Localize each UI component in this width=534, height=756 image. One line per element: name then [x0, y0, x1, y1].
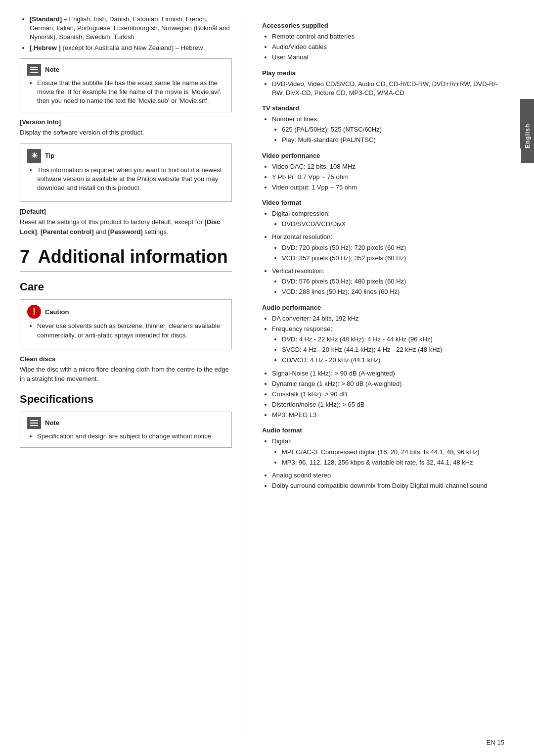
list-item: MP3: MPEG L3: [272, 411, 509, 420]
list-item: Horizontal resolution: DVD: 720 pixels (…: [272, 233, 509, 263]
note-label-2: Note: [45, 419, 59, 426]
chapter-title: Additional information: [38, 246, 228, 267]
list-item: Distortion/noise (1 kHz): > 65 dB: [272, 400, 509, 409]
list-item: Analog sound stereo: [272, 471, 509, 480]
list-item: Frequency response: DVD: 4 Hz - 22 kHz (…: [272, 325, 509, 365]
play-media-header: Play media: [262, 69, 509, 77]
list-item: Number of lines: 625 (PAL/50Hz); 525 (NT…: [272, 115, 509, 145]
tip-header-1: ✳ Tip: [27, 149, 224, 163]
list-item: Video DAC: 12 bits, 108 MHz: [272, 162, 509, 171]
list-item: Vertical resolution: DVD: 576 pixels (50…: [272, 267, 509, 297]
note-icon-1: [27, 64, 41, 76]
list-item: Signal-Noise (1 kHz): > 90 dB (A-weighte…: [272, 369, 509, 378]
clean-discs-desc: Wipe the disc with a micro fibre cleanin…: [20, 365, 232, 384]
english-tab-label: English: [521, 109, 534, 163]
page-footer: EN 15: [487, 739, 504, 746]
note-text-2: Specification and design are subject to …: [37, 432, 224, 441]
audio-performance-section: Audio performance DA converter: 24 bits,…: [262, 304, 509, 420]
list-item: Crosstalk (1 kHz): > 90 dB: [272, 390, 509, 399]
audio-performance-header: Audio performance: [262, 304, 509, 311]
tip-text-1: This information is required when you wa…: [37, 166, 224, 193]
accessories-header: Accessories supplied: [262, 22, 509, 29]
tip-icon-1: ✳: [27, 149, 41, 163]
hebrew-text: (except for Australia and New Zealand) –…: [62, 44, 203, 51]
vertical-resolution-text: Vertical resolution:: [272, 267, 324, 275]
note-label-1: Note: [45, 66, 59, 73]
list-item: Y Pb Pr: 0.7 Vpp ~ 75 ohm: [272, 173, 509, 182]
list-item: VCD: 352 pixels (50 Hz); 352 pixels (60 …: [282, 254, 509, 263]
default-label: [Default]: [20, 208, 232, 215]
chapter-number: 7: [20, 246, 30, 267]
version-info-section: [Version Info] Display the software vers…: [20, 118, 232, 138]
specifications-heading: Specifications: [20, 393, 232, 406]
list-item: Play: Multi-standard (PAL/NTSC): [282, 136, 509, 144]
list-item: 625 (PAL/50Hz); 525 (NTSC/60Hz): [282, 125, 509, 134]
accessories-section: Accessories supplied Remote control and …: [262, 22, 509, 62]
note-box-2: Note Specification and design are subjec…: [20, 412, 232, 448]
chapter-heading: 7 Additional information: [20, 246, 232, 272]
list-item: [Standard] – English, Irish, Danish, Est…: [30, 15, 232, 42]
caution-box-1: ! Caution Never use solvents such as ben…: [20, 299, 232, 349]
clean-discs-label: Clean discs: [20, 355, 232, 363]
note-text-1: Ensure that the subtitle file has the ex…: [37, 79, 224, 106]
play-media-section: Play media DVD-Video, Video CD/SVCD, Aud…: [262, 69, 509, 97]
list-item: Digital: MPEG/AC-3: Compressed digital (…: [272, 437, 509, 467]
hebrew-label: [ Hebrew ]: [30, 44, 61, 51]
list-item: MPEG/AC-3: Compressed digital (16, 20, 2…: [282, 448, 509, 457]
list-item: CD/VCD: 4 Hz - 20 kHz (44.1 kHz): [282, 356, 509, 365]
standard-label: [Standard]: [30, 15, 62, 23]
tv-standard-section: TV standard Number of lines: 625 (PAL/50…: [262, 104, 509, 145]
list-item: MP3: 96, 112, 128, 256 kbps & variable b…: [282, 458, 509, 467]
tv-standard-header: TV standard: [262, 104, 509, 112]
video-performance-section: Video performance Video DAC: 12 bits, 10…: [262, 152, 509, 192]
digital-compression-text: Digital compression:: [272, 210, 330, 217]
video-performance-header: Video performance: [262, 152, 509, 159]
freq-response-text: Frequency response:: [272, 325, 332, 332]
video-format-section: Video format Digital compression: DVD/SV…: [262, 199, 509, 297]
list-item: [ Hebrew ] (except for Australia and New…: [30, 44, 232, 52]
video-format-header: Video format: [262, 199, 509, 206]
clean-discs-section: Clean discs Wipe the disc with a micro f…: [20, 355, 232, 384]
care-heading: Care: [20, 281, 232, 293]
note-box-1: Note Ensure that the subtitle file has t…: [20, 58, 232, 113]
list-item: User Manual: [272, 53, 509, 62]
caution-text-1: Never use solvents such as benzene, thin…: [37, 322, 224, 339]
caution-icon-1: !: [27, 305, 41, 319]
list-item: Digital compression: DVD/SVCD/VCD/DivX: [272, 209, 509, 229]
horizontal-resolution-text: Horizontal resolution:: [272, 233, 332, 240]
audio-format-section: Audio format Digital: MPEG/AC-3: Compres…: [262, 426, 509, 490]
list-item: Audio/Video cables: [272, 43, 509, 51]
default-desc: Reset all the settings of this product t…: [20, 217, 232, 236]
default-section: [Default] Reset all the settings of this…: [20, 208, 232, 236]
version-info-label: [Version Info]: [20, 118, 232, 126]
list-item: DVD/SVCD/VCD/DivX: [282, 220, 509, 229]
language-bullets: [Standard] – English, Irish, Danish, Est…: [20, 15, 232, 52]
list-item: DVD: 576 pixels (50 Hz); 480 pixels (60 …: [282, 277, 509, 286]
note-icon-2: [27, 417, 41, 429]
caution-label-1: Caution: [45, 308, 69, 316]
right-column: Accessories supplied Remote control and …: [247, 15, 534, 741]
list-item: DVD: 4 Hz - 22 kHz (48 kHz); 4 Hz - 44 k…: [282, 335, 509, 344]
audio-format-header: Audio format: [262, 426, 509, 434]
list-item: VCD: 288 lines (50 Hz); 240 lines (60 Hz…: [282, 287, 509, 296]
tip-label-1: Tip: [45, 152, 54, 159]
left-column: [Standard] – English, Irish, Danish, Est…: [0, 15, 247, 741]
list-item: Dolby surround compatible downmix from D…: [272, 481, 509, 490]
note-header-2: Note: [27, 417, 224, 429]
list-item: DVD-Video, Video CD/SVCD, Audio CD, CD-R…: [272, 80, 509, 97]
tip-box-1: ✳ Tip This information is required when …: [20, 143, 232, 202]
note-header-1: Note: [27, 64, 224, 76]
caution-header-1: ! Caution: [27, 305, 224, 319]
list-item: SVCD: 4 Hz - 20 kHz (44.1 kHz); 4 Hz - 2…: [282, 345, 509, 354]
list-item: Video output: 1 Vpp ~ 75 ohm: [272, 183, 509, 192]
list-item: DA converter: 24 bits, 192 kHz: [272, 314, 509, 323]
tv-lines-text: Number of lines:: [272, 115, 319, 123]
digital-text: Digital:: [272, 437, 292, 445]
list-item: Remote control and batteries: [272, 32, 509, 41]
list-item: DVD: 720 pixels (50 Hz); 720 pixels (60 …: [282, 243, 509, 252]
list-item: Dynamic range (1 kHz): > 80 dB (A-weight…: [272, 379, 509, 388]
version-info-desc: Display the software version of this pro…: [20, 128, 232, 138]
